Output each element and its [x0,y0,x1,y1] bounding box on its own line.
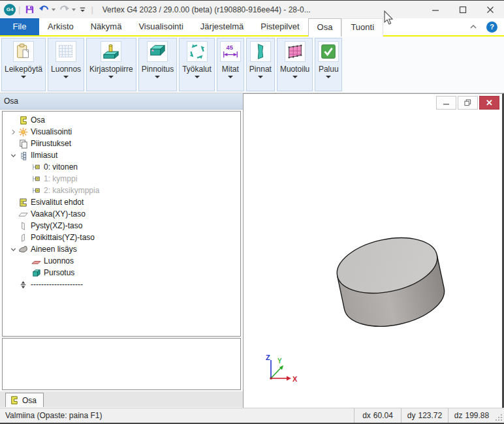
tree-expander-down[interactable] [8,151,18,160]
plane-xz-icon [18,221,28,231]
ribbon-button-työkalut[interactable]: Työkalut [179,38,215,91]
ribbon-button-icon-box: 45 [220,41,241,62]
coord-dy: dy123.72 [401,408,448,423]
separator: | [91,5,93,14]
tree-expander-right[interactable] [8,128,18,136]
resize-grip[interactable] [495,408,504,423]
dropdown-caret-icon [326,76,331,78]
panel-tab-strip: Osa [0,391,243,407]
tree-item-label: 1: kymppi [44,174,77,183]
collapse-ribbon-icon[interactable] [469,23,477,31]
tab-tuonti[interactable]: Tuonti [341,18,383,37]
plane-yz-icon [18,233,28,243]
tree-item[interactable]: Pysty(XZ)-taso [3,220,240,232]
viewport-3d[interactable]: ✕ [243,93,504,408]
tree-item-label: Pursotus [44,268,74,277]
dropdown-caret-icon [195,76,200,78]
close-window-button[interactable] [477,1,504,18]
maximize-window-button[interactable] [449,1,477,18]
tree-item[interactable]: 1: kymppi [3,173,240,185]
main-area: Osa OsaVisualisointiPiirustuksetIlmiasut… [0,93,504,408]
sketch-icon [31,256,41,266]
tree-item[interactable]: Vaaka(XY)-taso [3,208,240,220]
ribbon-button-luonnos[interactable]: Luonnos [48,38,84,91]
tree-item[interactable]: Aineen lisäys [3,243,240,255]
viewport-close-button[interactable]: ✕ [479,96,499,110]
tree-item-label: Luonnos [44,256,74,265]
tree-item[interactable]: Visualisointi [3,126,240,138]
coord-dz: dz199.88 [448,408,495,423]
tab-label: Visualisointi [138,22,183,31]
axis-triad: Z Y X [262,350,301,389]
dropdown-caret-icon [228,76,233,78]
dimensions-icon: 45 [221,42,240,61]
tree-item[interactable]: Poikittais(YZ)-taso [3,232,240,243]
tab-label: Järjestelmä [200,22,244,31]
minimize-window-button[interactable] [422,1,449,18]
preselect-icon [18,198,28,207]
tree-item-label: Poikittais(YZ)-taso [31,233,95,242]
help-button[interactable]: ? [486,22,497,33]
tree-item[interactable]: Luonnos [3,255,240,267]
tree-item-label: Visualisointi [31,127,72,136]
config-item-icon [31,174,41,184]
ribbon-button-paluu[interactable]: Paluu [315,38,342,91]
panel-tab-osa[interactable]: Osa [5,393,44,407]
tab-osa[interactable]: Osa [308,18,342,37]
save-icon [24,4,35,15]
axis-z-label: Z [266,354,270,361]
panel-header: Osa [0,93,243,110]
ribbon-button-mitat[interactable]: 45Mitat [217,38,244,91]
customize-toolbar-button[interactable] [77,5,88,14]
tab-label: File [13,22,27,31]
tab-label: Näkymä [91,22,122,31]
tab-file[interactable]: File [0,18,39,35]
ribbon-toolbar: LeikepöytäLuonnosKirjastopiirrePinnoitus… [0,37,504,93]
tree-item-label: Vaaka(XY)-taso [31,209,86,219]
tree-item[interactable]: -------------------- [3,279,240,290]
save-button[interactable] [23,3,37,16]
viewport-minimize-button[interactable] [436,96,456,110]
dropdown-caret-icon [63,76,69,78]
tree-item[interactable]: Esivalitut ehdot [3,196,240,208]
tab-pistepilvet[interactable]: Pistepilvet [252,18,307,35]
tree-item[interactable]: Ilmiasut [3,149,240,161]
tree-item[interactable]: 2: kaksikymppia [3,185,240,196]
tree-item[interactable]: Pursotus [3,267,240,279]
ribbon-button-icon-box [147,41,168,62]
tab-visualisointi[interactable]: Visualisointi [130,18,191,35]
ribbon-button-icon-box [285,41,306,62]
ribbon-button-pinnat[interactable]: Pinnat [246,38,275,91]
tab-arkisto[interactable]: Arkisto [39,18,82,35]
coating-icon [148,42,166,61]
tree-expander-down[interactable] [8,245,18,254]
viewport-restore-button[interactable] [458,96,478,110]
tree-item[interactable]: Piirustukset [3,138,240,149]
axis-y-label: Y [277,357,282,365]
surfaces-icon [251,42,270,61]
svg-text:45: 45 [226,44,232,51]
tree-item-label: Aineen lisäys [31,245,77,254]
ribbon-button-icon-box [13,41,34,62]
tab-järjestelmä[interactable]: Järjestelmä [192,18,252,35]
tree-item[interactable]: Osa [3,114,240,126]
ribbon-button-pinnoitus[interactable]: Pinnoitus [138,38,177,91]
status-bar: Valmiina (Opaste: paina F1) dx60.04 dy12… [0,408,504,424]
tab-näkymä[interactable]: Näkymä [82,18,131,35]
tree-item-label: Ilmiasut [31,151,57,160]
ribbon-button-label: Kirjastopiirre [89,65,133,74]
tab-label: Pistepilvet [260,22,299,31]
ribbon-button-leikepöytä[interactable]: Leikepöytä [1,38,46,91]
redo-button[interactable] [57,3,77,16]
redo-icon [58,4,71,15]
config-item-icon [31,186,41,196]
tools-icon [188,42,206,61]
app-logo[interactable]: G4 [4,4,16,16]
tree-item[interactable]: 0: vitonen [3,161,240,173]
ribbon-button-icon-box [101,41,121,62]
ribbon-button-kirjastopiirre[interactable]: Kirjastopiirre [86,38,136,91]
tab-label: Tuonti [351,22,374,32]
tree-item-label: Osa [31,115,45,125]
undo-button[interactable] [37,3,57,16]
ribbon-button-muotoilu[interactable]: Muotoilu [277,38,313,91]
